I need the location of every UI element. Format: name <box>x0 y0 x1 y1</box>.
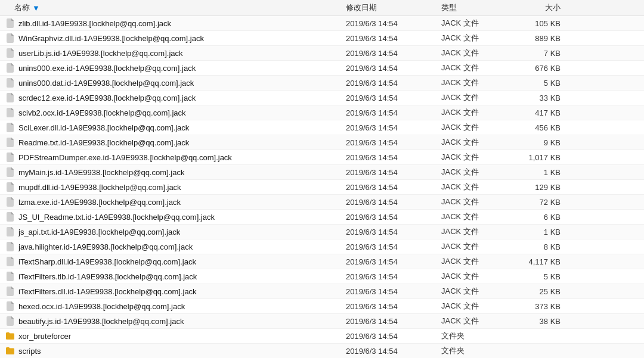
file-icon <box>5 107 16 118</box>
column-header-name[interactable]: 名称 ▼ <box>0 2 346 13</box>
cell-type: JACK 文件 <box>441 167 513 178</box>
file-name: PDFStreamDumper.exe.id-1A9E9938.[lockhel… <box>18 153 232 162</box>
cell-date: 2019/6/3 14:54 <box>346 138 441 147</box>
cell-size: 33 KB <box>513 94 572 102</box>
file-icon <box>5 301 16 312</box>
file-icon <box>5 286 16 297</box>
cell-date: 2019/6/3 14:54 <box>346 79 441 88</box>
file-icon <box>5 316 16 326</box>
file-list-container: 名称 ▼ 修改日期 类型 大小 zlib.dll.id-1A9E9938.[lo… <box>0 0 644 358</box>
table-row[interactable]: unins000.dat.id-1A9E9938.[lockhelp@qq.co… <box>0 76 644 91</box>
table-row[interactable]: userLib.js.id-1A9E9938.[lockhelp@qq.com]… <box>0 46 644 61</box>
cell-name: SciLexer.dll.id-1A9E9938.[lockhelp@qq.co… <box>0 122 346 133</box>
table-row[interactable]: iTextFilters.tlb.id-1A9E9938.[lockhelp@q… <box>0 269 644 284</box>
table-row[interactable]: JS_UI_Readme.txt.id-1A9E9938.[lockhelp@q… <box>0 210 644 225</box>
cell-type: JACK 文件 <box>441 92 513 103</box>
table-row[interactable]: scrdec12.exe.id-1A9E9938.[lockhelp@qq.co… <box>0 91 644 105</box>
cell-size: 4,117 KB <box>513 257 572 266</box>
cell-name: unins000.exe.id-1A9E9938.[lockhelp@qq.co… <box>0 63 346 73</box>
cell-type: 文件夹 <box>441 331 513 341</box>
table-row[interactable]: mupdf.dll.id-1A9E9938.[lockhelp@qq.com].… <box>0 180 644 195</box>
column-header-date[interactable]: 修改日期 <box>346 2 441 13</box>
cell-date: 2019/6/3 14:54 <box>346 34 441 43</box>
cell-date: 2019/6/3 14:54 <box>346 287 441 296</box>
cell-type: JACK 文件 <box>441 256 513 267</box>
table-row[interactable]: unins000.exe.id-1A9E9938.[lockhelp@qq.co… <box>0 61 644 76</box>
table-row[interactable]: myMain.js.id-1A9E9938.[lockhelp@qq.com].… <box>0 165 644 180</box>
file-name: lzma.exe.id-1A9E9938.[lockhelp@qq.com].j… <box>18 198 181 207</box>
cell-size: 1 KB <box>513 228 572 236</box>
cell-name: hexed.ocx.id-1A9E9938.[lockhelp@qq.com].… <box>0 301 346 312</box>
table-row[interactable]: iTextFilters.dll.id-1A9E9938.[lockhelp@q… <box>0 284 644 299</box>
file-name: iTextFilters.tlb.id-1A9E9938.[lockhelp@q… <box>18 272 197 281</box>
file-name: scripts <box>18 347 41 356</box>
cell-size: 7 KB <box>513 49 572 58</box>
col-name-label: 名称 <box>14 2 30 13</box>
sort-arrow-icon: ▼ <box>32 4 40 13</box>
cell-size: 105 KB <box>513 19 572 28</box>
table-row[interactable]: WinGraphviz.dll.id-1A9E9938.[lockhelp@qq… <box>0 31 644 46</box>
file-name: Readme.txt.id-1A9E9938.[lockhelp@qq.com]… <box>18 138 189 147</box>
file-icon <box>5 182 16 192</box>
file-icon <box>5 92 16 103</box>
table-row[interactable]: scivb2.ocx.id-1A9E9938.[lockhelp@qq.com]… <box>0 105 644 120</box>
table-row[interactable]: PDFStreamDumper.exe.id-1A9E9938.[lockhel… <box>0 150 644 165</box>
cell-type: JACK 文件 <box>441 33 513 43</box>
cell-name: userLib.js.id-1A9E9938.[lockhelp@qq.com]… <box>0 48 346 58</box>
cell-size: 889 KB <box>513 34 572 43</box>
table-row[interactable]: java.hilighter.id-1A9E9938.[lockhelp@qq.… <box>0 239 644 254</box>
cell-size: 1 KB <box>513 168 572 177</box>
cell-name: unins000.dat.id-1A9E9938.[lockhelp@qq.co… <box>0 77 346 88</box>
cell-date: 2019/6/3 14:54 <box>346 183 441 192</box>
table-row[interactable]: zlib.dll.id-1A9E9938.[lockhelp@qq.com].j… <box>0 16 644 31</box>
cell-type: JACK 文件 <box>441 152 513 163</box>
cell-type: JACK 文件 <box>441 48 513 58</box>
cell-type: JACK 文件 <box>441 182 513 192</box>
file-icon <box>5 211 16 222</box>
file-name: WinGraphviz.dll.id-1A9E9938.[lockhelp@qq… <box>18 34 204 43</box>
table-row[interactable]: js_api.txt.id-1A9E9938.[lockhelp@qq.com]… <box>0 225 644 239</box>
cell-date: 2019/6/3 14:54 <box>346 153 441 162</box>
table-row[interactable]: scripts2019/6/3 14:54文件夹 <box>0 344 644 358</box>
cell-size: 8 KB <box>513 242 572 251</box>
table-row[interactable]: SciLexer.dll.id-1A9E9938.[lockhelp@qq.co… <box>0 120 644 135</box>
cell-size: 5 KB <box>513 79 572 88</box>
table-row[interactable]: iTextSharp.dll.id-1A9E9938.[lockhelp@qq.… <box>0 254 644 269</box>
cell-type: JACK 文件 <box>441 301 513 312</box>
cell-date: 2019/6/3 14:54 <box>346 257 441 266</box>
cell-size: 1,017 KB <box>513 153 572 162</box>
file-icon <box>5 197 16 207</box>
file-name: scivb2.ocx.id-1A9E9938.[lockhelp@qq.com]… <box>18 108 186 117</box>
cell-name: WinGraphviz.dll.id-1A9E9938.[lockhelp@qq… <box>0 33 346 43</box>
cell-name: lzma.exe.id-1A9E9938.[lockhelp@qq.com].j… <box>0 197 346 207</box>
file-name: myMain.js.id-1A9E9938.[lockhelp@qq.com].… <box>18 168 184 177</box>
table-row[interactable]: Readme.txt.id-1A9E9938.[lockhelp@qq.com]… <box>0 135 644 150</box>
cell-name: iTextSharp.dll.id-1A9E9938.[lockhelp@qq.… <box>0 256 346 267</box>
cell-type: JACK 文件 <box>441 137 513 148</box>
file-icon <box>5 241 16 252</box>
table-row[interactable]: xor_bruteforcer2019/6/3 14:54文件夹 <box>0 329 644 344</box>
cell-type: JACK 文件 <box>441 211 513 222</box>
cell-date: 2019/6/3 14:54 <box>346 242 441 251</box>
file-name: iTextSharp.dll.id-1A9E9938.[lockhelp@qq.… <box>18 257 196 266</box>
cell-type: JACK 文件 <box>441 271 513 282</box>
table-header: 名称 ▼ 修改日期 类型 大小 <box>0 0 644 16</box>
cell-name: scivb2.ocx.id-1A9E9938.[lockhelp@qq.com]… <box>0 107 346 118</box>
cell-date: 2019/6/3 14:54 <box>346 198 441 207</box>
table-row[interactable]: hexed.ocx.id-1A9E9938.[lockhelp@qq.com].… <box>0 299 644 314</box>
file-name: beautify.js.id-1A9E9938.[lockhelp@qq.com… <box>18 317 184 326</box>
file-name: xor_bruteforcer <box>18 332 71 341</box>
cell-size: 9 KB <box>513 138 572 147</box>
table-row[interactable]: lzma.exe.id-1A9E9938.[lockhelp@qq.com].j… <box>0 195 644 210</box>
cell-date: 2019/6/3 14:54 <box>346 94 441 102</box>
column-header-type[interactable]: 类型 <box>441 2 513 13</box>
cell-date: 2019/6/3 14:54 <box>346 108 441 117</box>
file-icon <box>5 48 16 58</box>
cell-date: 2019/6/3 14:54 <box>346 19 441 28</box>
table-row[interactable]: beautify.js.id-1A9E9938.[lockhelp@qq.com… <box>0 314 644 329</box>
cell-type: JACK 文件 <box>441 18 513 29</box>
column-header-size[interactable]: 大小 <box>513 2 572 13</box>
cell-date: 2019/6/3 14:54 <box>346 332 441 341</box>
file-icon <box>5 226 16 237</box>
cell-name: JS_UI_Readme.txt.id-1A9E9938.[lockhelp@q… <box>0 211 346 222</box>
